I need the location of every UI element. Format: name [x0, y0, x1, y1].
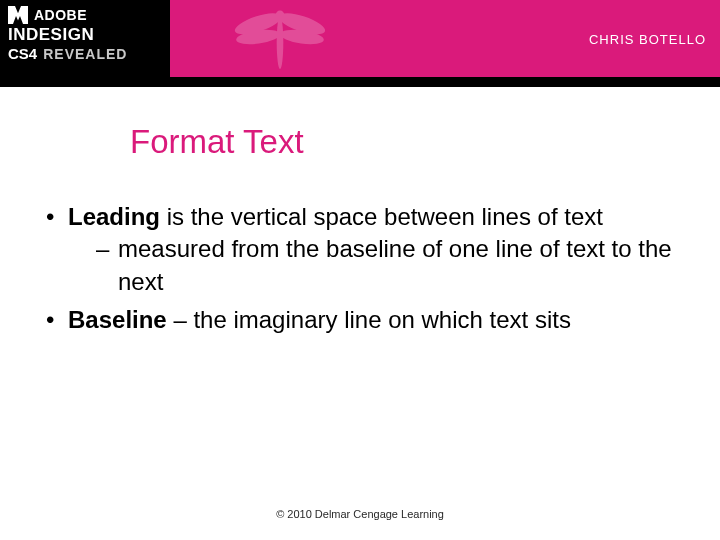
- brand-revealed: REVEALED: [43, 46, 127, 62]
- dragonfly-icon: [225, 0, 335, 92]
- header-divider: [0, 77, 720, 87]
- svg-point-0: [277, 16, 284, 69]
- brand-cs4: CS4: [8, 45, 37, 62]
- author-name: CHRIS BOTELLO: [589, 31, 706, 46]
- adobe-logo-icon: [8, 6, 28, 24]
- svg-point-5: [276, 11, 285, 20]
- sub-list: measured from the baseline of one line o…: [68, 233, 680, 298]
- bullet-text: is the vertical space between lines of t…: [160, 203, 603, 230]
- term-baseline: Baseline: [68, 306, 167, 333]
- bullet-text: – the imaginary line on which text sits: [167, 306, 571, 333]
- list-item: Leading is the vertical space between li…: [40, 201, 680, 298]
- brand-adobe: ADOBE: [34, 7, 87, 23]
- slide-header: ADOBE INDESIGN CS4 REVEALED CHRIS BOTELL…: [0, 0, 720, 77]
- bullet-list: Leading is the vertical space between li…: [40, 201, 680, 337]
- slide-title: Format Text: [130, 123, 680, 161]
- sub-list-item: measured from the baseline of one line o…: [68, 233, 680, 298]
- term-leading: Leading: [68, 203, 160, 230]
- list-item: Baseline – the imaginary line on which t…: [40, 304, 680, 336]
- brand-logo-block: ADOBE INDESIGN CS4 REVEALED: [0, 0, 170, 77]
- slide-content: Format Text Leading is the vertical spac…: [0, 87, 720, 337]
- copyright-footer: © 2010 Delmar Cengage Learning: [0, 508, 720, 520]
- brand-indesign: INDESIGN: [8, 26, 162, 43]
